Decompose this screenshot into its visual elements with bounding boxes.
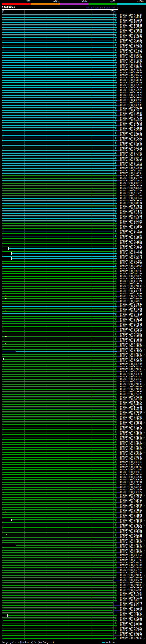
hit-connector [117, 125, 120, 126]
hit-connector [117, 286, 120, 286]
hit-arrow-icon [115, 110, 117, 111]
hit-arrow-icon [115, 212, 117, 214]
hit-connector [117, 246, 120, 246]
hit-arrow-icon [115, 418, 117, 420]
hit-arrow-icon [115, 532, 117, 534]
hit-connector [117, 517, 120, 518]
hit-arrow-hollow-inner [112, 635, 113, 636]
hit-arrow-icon [115, 348, 117, 350]
hit-arrow-icon [115, 102, 117, 104]
hit-arrow-icon [115, 316, 117, 317]
hit-connector [117, 572, 120, 573]
hit-bar [2, 183, 115, 184]
hit-arrow-icon [115, 459, 117, 460]
hit-arrow-icon [115, 438, 117, 440]
hit-arrow-icon [115, 62, 117, 64]
hit-bar [2, 452, 115, 452]
hit-arrow-icon [115, 401, 117, 403]
hit-arrow-icon [115, 529, 117, 531]
hit-bar [2, 203, 115, 204]
hit-arrow-icon [115, 210, 117, 212]
hit-arrow-icon [115, 366, 117, 368]
hit-bar [2, 446, 115, 448]
hit-arrow-icon [115, 441, 117, 443]
hit-connector [117, 216, 120, 216]
hit-arrow-icon [115, 303, 117, 305]
hit-arrow-icon [115, 280, 117, 282]
hit-arrow-icon [115, 363, 117, 365]
hit-bar [2, 638, 115, 638]
hit-arrow-icon [115, 273, 117, 274]
hit-bar [2, 462, 115, 462]
hit-bar [2, 371, 115, 372]
hit-arrow-icon [115, 260, 117, 262]
hit-bar [2, 293, 115, 294]
hit-bar [2, 47, 115, 48]
hit-bar [2, 155, 115, 156]
hit-bar [2, 188, 115, 189]
hit-connector [117, 447, 120, 447]
hit-arrow-icon [115, 542, 117, 544]
hit-bar [2, 369, 115, 370]
hit-bar [2, 318, 115, 319]
hit-bar [2, 341, 115, 342]
hit-bar [2, 110, 115, 111]
hit-arrow-icon [115, 157, 117, 159]
hit-bar [2, 602, 112, 603]
hit-connector [117, 542, 120, 543]
gap-triangle-icon [5, 343, 7, 344]
hit-bar [2, 632, 115, 634]
hit-bar [2, 547, 115, 548]
hit-bar [2, 464, 115, 465]
hit-bar [2, 44, 115, 46]
hit-arrow-icon [115, 100, 117, 101]
gap-triangle-icon [6, 534, 7, 535]
hit-bar [2, 374, 115, 375]
hit-bar [2, 361, 115, 362]
hit-bar [9, 248, 115, 249]
hit-arrow-icon [115, 574, 117, 576]
hit-bar [2, 404, 115, 405]
scale-swatch-label: =50char. [106, 641, 117, 644]
hit-bar [2, 296, 115, 297]
hit-arrow-hollow-inner [112, 610, 113, 611]
hit-arrow-icon [115, 411, 117, 413]
hit-bar [2, 130, 115, 131]
hit-bar [2, 107, 115, 108]
hit-arrow-icon [115, 142, 117, 144]
hit-arrow-icon [115, 290, 117, 292]
gap-triangle-icon [5, 310, 7, 312]
hit-arrow-icon [115, 632, 117, 634]
hit-arrow-icon [115, 208, 117, 209]
hit-connector [117, 55, 120, 55]
hit-bar [2, 132, 115, 134]
hit-connector [117, 638, 120, 638]
hit-connector [117, 472, 120, 472]
hit-arrow-icon [115, 351, 117, 352]
hit-arrow-icon [115, 539, 117, 541]
hit-bar [2, 585, 115, 586]
hit-arrow-icon [115, 52, 117, 54]
hit-bar [2, 65, 115, 66]
hit-connector [117, 362, 120, 362]
hit-connector [117, 422, 120, 422]
hit-connector [117, 200, 120, 201]
hit-arrow-icon [115, 296, 117, 297]
hit-bar [2, 366, 115, 367]
hit-bar [2, 198, 115, 199]
hit-arrow-icon [115, 559, 117, 561]
hit-bar [2, 72, 115, 73]
hit-connector [114, 580, 120, 580]
hit-bar [2, 152, 115, 154]
hit-arrow-icon [115, 476, 117, 478]
hit-bar [2, 128, 115, 128]
hit-connector [117, 30, 120, 30]
hit-bar [2, 590, 115, 591]
hit-bar [2, 42, 115, 43]
hit-connector [117, 326, 120, 327]
gap-triangle-icon [5, 330, 7, 332]
hit-bar [2, 82, 115, 83]
hit-arrow-hollow-inner [112, 612, 113, 614]
hit-bar [2, 200, 115, 201]
hit-arrow-icon [115, 486, 117, 488]
